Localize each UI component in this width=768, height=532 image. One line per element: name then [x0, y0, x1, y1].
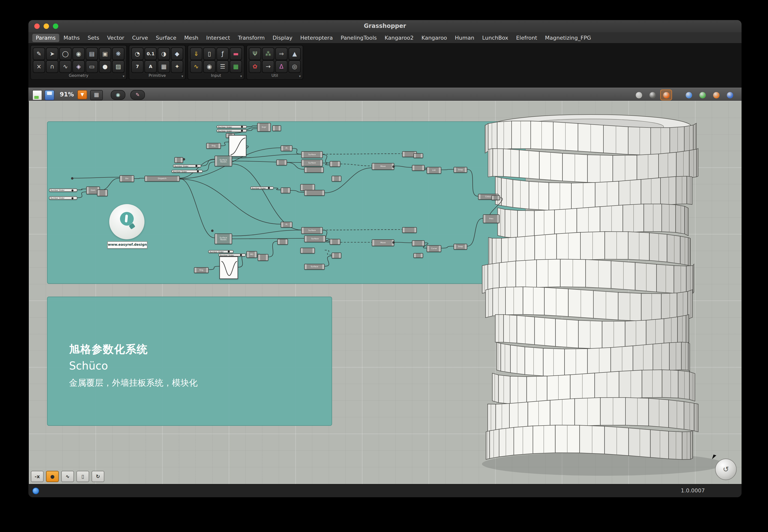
group-expand-icon[interactable]: ▾: [299, 74, 301, 78]
component-node[interactable]: [412, 240, 425, 246]
component-node[interactable]: [330, 161, 340, 167]
component-node[interactable]: Prev: [483, 214, 499, 223]
slider-icon[interactable]: ▬: [230, 47, 242, 60]
number-slider-node[interactable]: Number Slider: [49, 196, 77, 200]
sketch-icon[interactable]: ✎: [33, 47, 45, 60]
component-node[interactable]: [304, 190, 325, 196]
integer-icon[interactable]: 7: [131, 60, 143, 73]
render-view-button[interactable]: [683, 90, 695, 100]
component-node[interactable]: Surface: [304, 264, 325, 270]
ribbon-tab-lunchbox[interactable]: LunchBox: [479, 34, 512, 42]
component-node[interactable]: [276, 160, 287, 165]
ribbon-tab-elefront[interactable]: Elefront: [512, 34, 540, 42]
graph-mapper-node[interactable]: [229, 135, 246, 157]
component-node[interactable]: Rng: [194, 267, 209, 273]
wire-dot[interactable]: [392, 241, 395, 244]
component-node[interactable]: MD: [246, 251, 257, 258]
component-node[interactable]: Curve: [427, 245, 441, 252]
panel-icon[interactable]: ▯: [203, 47, 216, 60]
component-node[interactable]: [258, 254, 269, 261]
relay-icon[interactable]: ⇒: [275, 47, 288, 60]
number-slider-node[interactable]: Number Slider: [171, 170, 203, 173]
ribbon-tab-display[interactable]: Display: [269, 34, 296, 42]
zoom-dropdown-button[interactable]: ▼: [77, 90, 87, 99]
component-node[interactable]: [272, 125, 281, 131]
text-icon[interactable]: A: [144, 60, 157, 73]
component-node[interactable]: Snap: [453, 244, 467, 250]
ribbon-tab-maths[interactable]: Maths: [60, 34, 83, 42]
component-node[interactable]: Pt: [281, 222, 292, 228]
tree-icon[interactable]: Ψ: [249, 47, 261, 60]
component-node[interactable]: [281, 187, 291, 193]
ribbon-tab-intersect[interactable]: Intersect: [203, 34, 234, 42]
component-node[interactable]: [413, 253, 423, 258]
plane-icon[interactable]: ▭: [86, 60, 98, 73]
shaded-view-button[interactable]: [660, 90, 672, 100]
component-node[interactable]: [402, 227, 417, 233]
component-node[interactable]: [277, 239, 288, 245]
flask-icon[interactable]: Δ: [275, 60, 288, 73]
save-button[interactable]: [45, 90, 54, 100]
ribbon-tab-vector[interactable]: Vector: [104, 34, 127, 42]
component-node[interactable]: [97, 189, 108, 196]
cluster-icon[interactable]: ◎: [289, 60, 301, 73]
graph-mapper-node[interactable]: [220, 256, 238, 279]
component-node[interactable]: Surface Panels: [215, 156, 232, 166]
kite-icon[interactable]: ◈: [72, 60, 85, 73]
component-node[interactable]: Pt: [281, 145, 292, 151]
cursor-icon[interactable]: ➤: [46, 47, 58, 60]
component-node[interactable]: [174, 157, 183, 163]
display-curve-button[interactable]: ∿: [61, 471, 74, 482]
component-node[interactable]: Surface: [301, 160, 323, 166]
ghosted-view-button[interactable]: [697, 90, 708, 100]
ribbon-tab-panelingtools[interactable]: PanelingTools: [337, 34, 380, 42]
display-points-button[interactable]: ●: [46, 471, 59, 482]
component-node[interactable]: [412, 165, 425, 171]
component-node[interactable]: Surface Panels: [215, 233, 232, 244]
mesh-icon[interactable]: ▨: [112, 60, 124, 73]
component-node[interactable]: Surface: [304, 235, 326, 242]
component-node[interactable]: [300, 248, 315, 254]
arc-icon[interactable]: ∩: [46, 60, 58, 73]
component-node[interactable]: [304, 167, 324, 173]
list-icon[interactable]: ☰: [217, 60, 229, 73]
component-node[interactable]: Move: [372, 239, 394, 246]
ribbon-tab-transform[interactable]: Transform: [234, 34, 268, 42]
component-node[interactable]: [332, 176, 341, 182]
pie-icon[interactable]: ◔: [131, 47, 143, 60]
group-expand-icon[interactable]: ▾: [181, 74, 183, 78]
colors-icon[interactable]: ▦: [230, 60, 242, 73]
component-node[interactable]: [413, 153, 423, 158]
jump-icon[interactable]: →: [262, 60, 274, 73]
display-graph-button[interactable]: -x: [31, 471, 44, 482]
wire-dot[interactable]: [211, 230, 214, 232]
snowflake-icon[interactable]: ❋: [112, 47, 124, 60]
number-slider-node[interactable]: Number Slider: [219, 254, 246, 256]
number-slider-node[interactable]: Number Slider: [250, 186, 274, 189]
component-node[interactable]: Div: [119, 175, 134, 182]
gradient-icon[interactable]: ◑: [158, 47, 170, 60]
display-panel-button[interactable]: ▯: [76, 471, 89, 482]
component-node[interactable]: Expr: [257, 123, 271, 132]
new-file-button[interactable]: [32, 90, 42, 100]
paint-button[interactable]: ✎: [130, 90, 145, 100]
script-icon[interactable]: ƒ: [217, 47, 229, 60]
number-slider-node[interactable]: Number Slider: [217, 129, 247, 132]
pull-icon[interactable]: ▲: [289, 47, 301, 60]
number-slider-node[interactable]: Number Slider: [208, 250, 234, 253]
tech-view-button[interactable]: [724, 90, 736, 100]
component-node[interactable]: Snap: [453, 167, 467, 173]
ribbon-tab-surface[interactable]: Surface: [152, 34, 180, 42]
component-node[interactable]: [330, 239, 340, 245]
cherry-icon[interactable]: ✿: [249, 60, 261, 73]
import-icon[interactable]: ⇓: [190, 47, 202, 60]
group-expand-icon[interactable]: ▾: [123, 74, 124, 78]
component-node[interactable]: Dispatch: [144, 176, 180, 182]
disc-icon[interactable]: ◉: [72, 47, 85, 60]
forest-icon[interactable]: ⁂: [262, 47, 274, 60]
ribbon-tab-sets[interactable]: Sets: [84, 34, 103, 42]
wire-dot[interactable]: [183, 158, 185, 161]
box-icon[interactable]: ▣: [99, 47, 111, 60]
close-icon[interactable]: ×: [33, 60, 45, 73]
wire-dot[interactable]: [71, 177, 73, 180]
